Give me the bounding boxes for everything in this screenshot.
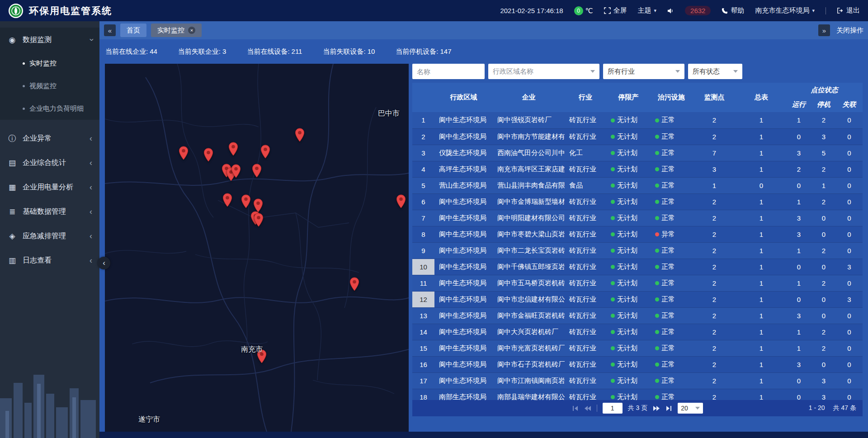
row-index: 10 [412, 259, 434, 275]
status-dot-icon [655, 379, 659, 383]
cell-facility: 正常 [651, 112, 692, 128]
sidebar-item-enterprise-abnormal[interactable]: ⓘ企业异常‹ [0, 126, 99, 151]
table-row[interactable]: 12阆中生态环境局阆中市忠信建材有限公砖瓦行业无计划正常21003 [412, 291, 863, 307]
status-dot-icon [611, 346, 615, 350]
next-page-button[interactable] [653, 405, 660, 411]
map-pin-icon[interactable] [295, 128, 305, 144]
map-panel[interactable]: 巴中市南充市遂宁市 [105, 64, 409, 432]
sidebar-item-enterprise-stats[interactable]: ▤企业综合统计‹ [0, 151, 99, 175]
row-index: 18 [412, 389, 434, 400]
map-pin-icon[interactable] [349, 277, 359, 293]
table-row[interactable]: 18南部生态环境局南部县瑞华建材有限公砖瓦行业无计划正常21030 [412, 389, 863, 400]
row-index: 17 [412, 372, 434, 389]
cell-facility: 正常 [651, 324, 692, 340]
map-pin-icon[interactable] [203, 148, 213, 164]
sidebar: ◉数据监测‹实时监控视频监控企业电力负荷明细ⓘ企业异常‹▤企业综合统计‹▦企业用… [0, 21, 99, 438]
name-filter-input[interactable] [412, 64, 485, 79]
app-logo-icon [8, 3, 24, 19]
map-pin-icon[interactable] [231, 164, 241, 180]
cell-points: 2 [692, 372, 736, 389]
status-dot-icon [611, 363, 615, 367]
map-pin-icon[interactable] [254, 213, 264, 229]
cell-facility: 正常 [651, 161, 692, 177]
cell-facility: 正常 [651, 340, 692, 356]
help-button[interactable]: 帮助 [722, 6, 744, 15]
prev-page-button[interactable] [584, 405, 591, 411]
table-row[interactable]: 14阆中生态环境局阆中大兴页岩机砖厂砖瓦行业无计划正常21120 [412, 324, 863, 340]
chevron-icon: ‹ [90, 183, 92, 191]
cell-meters: 1 [736, 242, 786, 259]
table-row[interactable]: 5营山生态环境局营山县润丰肉食品有限食品无计划正常10010 [412, 177, 863, 193]
theme-menu[interactable]: 主题 ▾ [638, 6, 657, 15]
cell-meters: 1 [736, 307, 786, 324]
sidebar-collapse-button[interactable]: ‹ [98, 257, 110, 269]
tab-home[interactable]: 首页 [120, 24, 146, 37]
page-input[interactable] [603, 403, 623, 414]
status-filter-select[interactable]: 所有状态 [688, 64, 742, 79]
cell-company: 阆中明阳建材有限公司 [493, 210, 565, 226]
sidebar-item-emergency-reduction[interactable]: ◈应急减排管理‹ [0, 224, 99, 248]
table-row[interactable]: 8阆中生态环境局阆中市枣碧大梁山页岩砖瓦行业无计划异常21300 [412, 226, 863, 242]
cell-meters: 1 [736, 128, 786, 145]
caret-down-icon: ▾ [812, 8, 815, 14]
table-row[interactable]: 16阆中生态环境局阆中市石子页岩机砖厂砖瓦行业无计划正常21300 [412, 356, 863, 372]
enterprise-table: 行政区域 企业 行业 停限产 治污设施 监测点 总表 点位状态 [412, 83, 863, 400]
table-row[interactable]: 4高坪生态环境局南充市高坪区王家店建砖瓦行业无计划正常31220 [412, 161, 863, 177]
region-filter-select[interactable]: 行政区域名称 [488, 64, 599, 79]
sidebar-item-realtime-monitor[interactable]: 实时监控 [0, 52, 99, 75]
cell-stopped: 2 [811, 324, 836, 340]
table-row[interactable]: 13阆中生态环境局阆中市金福旺页岩机砖砖瓦行业无计划正常21300 [412, 307, 863, 324]
table-row[interactable]: 3仪陇生态环境局西南油气田分公司川中化工无计划正常71350 [412, 145, 863, 161]
cell-running: 3 [786, 307, 811, 324]
table-row[interactable]: 9阆中生态环境局阆中市二龙长宝页岩砖砖瓦行业无计划正常21120 [412, 242, 863, 259]
tab-realtime-monitor[interactable]: 实时监控 × [151, 24, 202, 37]
cell-industry: 砖瓦行业 [565, 193, 606, 210]
tab-scroll-left-button[interactable]: « [104, 24, 116, 36]
sidebar-item-base-data[interactable]: ≣基础数据管理‹ [0, 199, 99, 224]
table-row[interactable]: 17阆中生态环境局阆中市江南镇阆南页岩砖瓦行业无计划正常21030 [412, 372, 863, 389]
table-row[interactable]: 10阆中生态环境局阆中千佛镇五郎垭页岩砖瓦行业无计划正常21003 [412, 259, 863, 275]
table-row[interactable]: 15阆中生态环境局阆中市光富页岩机砖厂砖瓦行业无计划正常21120 [412, 340, 863, 356]
sidebar-item-data-monitoring[interactable]: ◉数据监测‹ [0, 28, 99, 52]
main-area: « 首页 实时监控 × » 关闭操作 当前在线企业:44当前失联企业:3当前在线… [99, 21, 868, 438]
notification-count[interactable]: 2632 [685, 6, 711, 15]
table-row[interactable]: 6阆中生态环境局阆中市金博瑞新型墙材砖瓦行业无计划正常21120 [412, 193, 863, 210]
table-row[interactable]: 1阆中生态环境局阆中强锐页岩砖厂砖瓦行业无计划正常21120 [412, 112, 863, 128]
close-operations-menu[interactable]: 关闭操作 [836, 26, 863, 35]
map-pin-icon[interactable] [228, 142, 238, 158]
close-tab-icon[interactable]: × [188, 27, 195, 34]
caret-down-icon [675, 70, 680, 73]
map-pin-icon[interactable] [179, 146, 189, 162]
map-pin-icon[interactable] [241, 194, 251, 210]
col-facility: 治污设施 [651, 83, 692, 112]
first-page-button[interactable] [572, 405, 579, 411]
cell-limit: 无计划 [606, 372, 651, 389]
fullscreen-button[interactable]: 全屏 [604, 6, 627, 15]
industry-filter-select[interactable]: 所有行业 [603, 64, 684, 79]
cell-disconnected: 0 [836, 161, 863, 177]
cell-stopped: 2 [811, 161, 836, 177]
cell-industry: 砖瓦行业 [565, 259, 606, 275]
cell-running: 0 [786, 372, 811, 389]
chevron-icon: ‹ [90, 159, 92, 167]
sidebar-item-video-monitor[interactable]: 视频监控 [0, 75, 99, 97]
cell-region: 阆中生态环境局 [434, 242, 493, 259]
map-pin-icon[interactable] [252, 164, 262, 179]
tab-scroll-right-button[interactable]: » [818, 24, 830, 36]
map-pin-icon[interactable] [260, 145, 270, 160]
map-pin-icon[interactable] [396, 194, 406, 210]
page-size-select[interactable]: 20 [678, 403, 703, 414]
cell-industry: 化工 [565, 145, 606, 161]
table-row[interactable]: 11阆中生态环境局阆中市五马桥页岩机砖砖瓦行业无计划正常21120 [412, 275, 863, 291]
table-row[interactable]: 7阆中生态环境局阆中明阳建材有限公司砖瓦行业无计划正常21300 [412, 210, 863, 226]
organization-menu[interactable]: 南充市生态环境局 ▾ [755, 6, 815, 15]
sound-button[interactable] [667, 8, 674, 14]
table-row[interactable]: 2阆中生态环境局阆中市南方节能建材有砖瓦行业无计划正常21030 [412, 128, 863, 145]
sidebar-item-power-usage-analysis[interactable]: ▦企业用电量分析‹ [0, 175, 99, 199]
cell-stopped: 0 [811, 307, 836, 324]
logout-button[interactable]: 退出 [837, 6, 860, 15]
map-pin-icon[interactable] [222, 193, 232, 209]
last-page-button[interactable] [665, 405, 672, 411]
sidebar-item-power-load-detail[interactable]: 企业电力负荷明细 [0, 97, 99, 120]
sidebar-item-log-view[interactable]: ▥日志查看‹ [0, 248, 99, 273]
